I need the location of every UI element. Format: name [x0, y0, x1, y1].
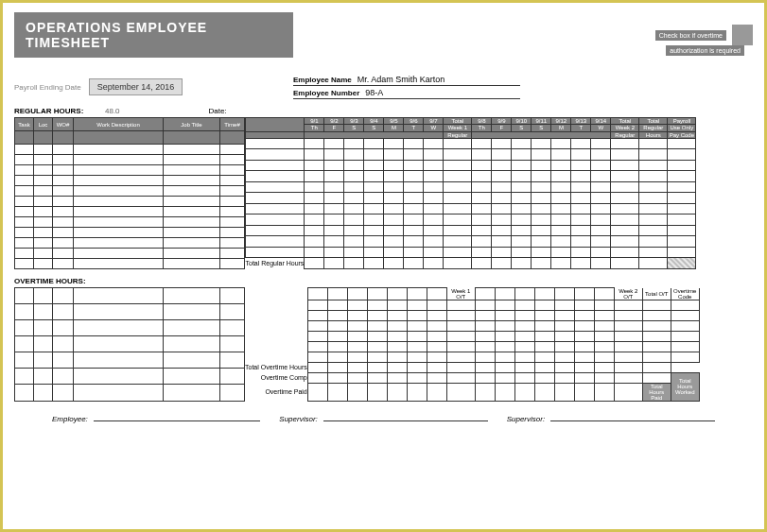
employee-name-label: Employee Name [293, 76, 352, 84]
supervisor2-signature-label: Supervisor: [507, 415, 545, 423]
table-row[interactable] [245, 352, 699, 362]
employee-signature-line[interactable] [94, 420, 261, 421]
payroll-header: Payroll [668, 118, 696, 125]
table-row[interactable] [245, 341, 699, 352]
table-row[interactable] [246, 215, 696, 226]
total-ot-header: Total O/T [642, 288, 671, 300]
auth-text: authorization is required [666, 45, 744, 56]
payroll-date-value[interactable]: September 14, 2016 [89, 78, 183, 95]
col-task: Task [15, 118, 34, 131]
total-regular-hours-label: Total Regular Hours [246, 258, 305, 269]
table-row[interactable] [245, 331, 699, 341]
supervisor2-signature-line[interactable] [550, 420, 715, 421]
payroll-date-label: Payroll Ending Date [14, 83, 81, 92]
table-row[interactable] [246, 149, 696, 161]
regular-hours-label: REGULAR HOURS: [14, 107, 90, 115]
employee-number-value[interactable]: 98-A [365, 88, 383, 97]
overtime-hours-grid: Week 1 O/TWeek 2 O/TTotal O/TOvertime Co… [14, 287, 753, 402]
table-row[interactable] [245, 310, 699, 320]
table-row[interactable] [246, 193, 696, 204]
date-label: Date: [209, 107, 227, 115]
overtime-hours-label: OVERTIME HOURS: [14, 277, 90, 285]
week1-ot-header: Week 1 O/T [446, 288, 475, 300]
employee-number-label: Employee Number [293, 89, 359, 97]
day-header: 9/1 [305, 118, 324, 125]
table-row[interactable] [245, 300, 699, 310]
overtime-checkbox-label: Check box if overtime [655, 30, 726, 41]
employee-signature-label: Employee: [52, 415, 88, 423]
supervisor-signature-line[interactable] [323, 420, 488, 421]
table-row[interactable] [246, 181, 696, 193]
overtime-checkbox[interactable] [732, 25, 753, 45]
col-desc: Work Description [74, 118, 164, 131]
table-row[interactable] [245, 320, 699, 331]
total-week2-header: Total [611, 118, 639, 125]
regular-hours-grid: Task Loc WO# Work Description Job Title … [14, 117, 753, 269]
table-row[interactable] [246, 247, 696, 258]
table-row[interactable] [246, 138, 696, 149]
col-loc: Loc [34, 118, 53, 131]
table-row[interactable] [246, 203, 696, 215]
col-wo: WO# [53, 118, 74, 131]
col-job: Job Title [164, 118, 220, 131]
total-hours-worked-label: Total Hours Worked [671, 372, 699, 401]
total-week1-header: Total [444, 118, 472, 125]
employee-name-value[interactable]: Mr. Adam Smith Karton [357, 75, 445, 84]
table-row[interactable] [246, 225, 696, 236]
total-hours-paid-label: Total Hours Paid [642, 383, 671, 401]
total-ot-hours-label: Total Overtime Hours [245, 362, 307, 372]
table-row[interactable] [246, 236, 696, 248]
ot-code-header: Overtime Code [671, 288, 699, 300]
regular-hours-value: 48.0 [105, 107, 120, 115]
table-row[interactable] [246, 171, 696, 182]
total-regular-header: Total [639, 118, 668, 125]
col-time: Time# [220, 118, 245, 131]
table-row[interactable] [246, 160, 696, 171]
supervisor-signature-label: Supervisor: [279, 415, 317, 423]
page-title: OPERATIONS EMPLOYEE TIMESHEET [14, 12, 293, 58]
week2-ot-header: Week 2 O/T [614, 288, 642, 300]
ot-comp-label: Overtime Comp [245, 372, 307, 383]
ot-paid-label: Overtime Paid [245, 383, 307, 401]
